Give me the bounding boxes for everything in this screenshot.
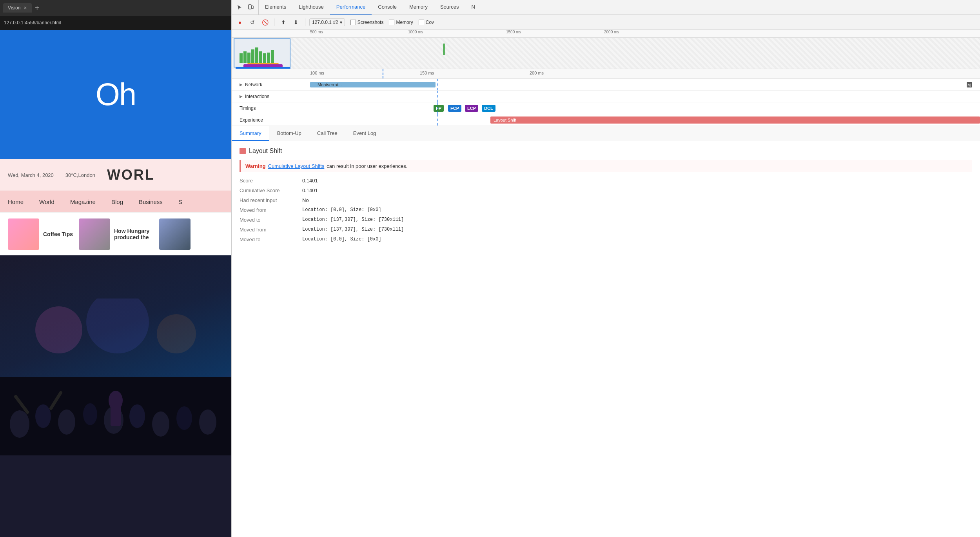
svg-point-5 [35,404,51,428]
screenshots-checkbox[interactable] [350,20,356,25]
tab-bottom-up[interactable]: Bottom-Up [269,126,309,141]
interactions-row: ▶ Interactions [232,91,980,102]
moved-to-2-key: Moved to [240,237,302,242]
tab-event-log[interactable]: Event Log [345,126,384,141]
divider-1 [274,18,274,26]
memory-checkbox-label[interactable]: Memory [389,20,413,25]
nav-blog[interactable]: Blog [111,198,123,205]
address-bar: 127.0.0.1:4556/banner.html [0,16,231,30]
browser-tab[interactable]: Vision × [3,3,32,13]
moved-from-2-row: Moved from Location: [137,307], Size: [7… [240,227,972,233]
svg-point-9 [129,404,145,428]
download-button[interactable]: ⬇ [291,17,301,27]
recent-input-key: Had recent input [240,197,302,203]
layout-shift-bar[interactable]: Layout Shift [490,117,980,124]
moved-from-1-row: Moved from Location: [0,0], Size: [0x0] [240,207,972,213]
clear-button[interactable]: 🚫 [260,17,270,27]
svg-point-12 [199,410,216,435]
warning-link[interactable]: Cumulative Layout Shifts [268,163,325,169]
article-image-3 [159,218,191,250]
nav-magazine[interactable]: Magazine [70,198,96,205]
tab-memory[interactable]: Memory [403,0,434,15]
details-title-text: Layout Shift [249,147,282,155]
tab-performance[interactable]: Performance [330,0,372,15]
network-expand-icon[interactable]: ▶ [240,82,243,87]
experience-label-text: Experience [240,117,263,123]
svg-rect-26 [267,53,270,63]
tab-close-icon[interactable]: × [24,5,27,11]
coverage-checkbox-label[interactable]: Cov [419,20,434,25]
score-key: Score [240,178,302,184]
tab-call-tree[interactable]: Call Tree [309,126,345,141]
warning-label: Warning [245,163,266,169]
bottom-tabs: Summary Bottom-Up Call Tree Event Log [232,126,980,141]
overview-ruler: 500 ms 1000 ms 1500 ms 2000 ms [232,30,980,38]
svg-rect-21 [247,53,250,63]
interactions-row-label: ▶ Interactions [232,94,287,99]
memory-checkbox[interactable] [389,20,394,25]
recent-input-value: No [302,197,309,203]
cursor-icon[interactable] [235,3,244,12]
record-button[interactable]: ● [235,17,245,27]
ruler-1000ms: 1000 ms [408,30,423,34]
new-tab-button[interactable]: + [35,4,40,13]
timeline-overview[interactable]: 500 ms 1000 ms 1500 ms 2000 ms [232,30,980,69]
tab-console[interactable]: Console [372,0,403,15]
layout-shift-bar-label: Layout Shift [494,118,516,122]
lcp-chip[interactable]: LCP [465,105,478,112]
nav-world[interactable]: World [39,198,54,205]
article-title-1: Coffee Tips [43,231,73,237]
devtools-tab-bar: Elements Lighthouse Performance Console … [232,0,980,15]
news-date: Wed, March 4, 2020 [8,172,54,178]
svg-rect-20 [243,51,247,63]
svg-point-2 [86,299,149,353]
tab-lighthouse[interactable]: Lighthouse [292,0,330,15]
nav-business[interactable]: Business [139,198,163,205]
experience-row-label: Experience [232,117,287,123]
network-bar-2[interactable]: M [967,82,972,87]
moved-from-2-key: Moved from [240,227,302,233]
article-card-2[interactable]: How Hungary produced the [79,218,153,250]
tab-elements[interactable]: Elements [259,0,292,15]
interactions-expand-icon[interactable]: ▶ [240,94,243,98]
ruler-500ms: 500 ms [310,30,323,34]
detail-tick-200ms: 200 ms [530,71,544,75]
news-header: Wed, March 4, 2020 30°C,London WORL [0,159,231,191]
moved-from-1-key: Moved from [240,207,302,213]
coverage-checkbox[interactable] [419,20,424,25]
chevron-down-icon: ▾ [340,20,342,25]
divider-2 [305,18,305,26]
interactions-row-content [287,91,980,102]
timings-label-text: Timings [240,106,256,111]
reload-button[interactable]: ↺ [247,17,258,27]
profile-dropdown[interactable]: 127.0.0.1 #2 ▾ [309,18,345,26]
article-image-1 [8,218,39,250]
score-value: 0.1401 [302,178,318,184]
tab-more[interactable]: N [465,0,481,15]
svg-rect-24 [259,51,262,63]
screenshots-checkbox-label[interactable]: Screenshots [350,20,384,25]
article-card-1[interactable]: Coffee Tips [8,218,73,250]
network-row-label: ▶ Network [232,82,287,87]
details-title: Layout Shift [240,147,972,155]
network-row-content: Montserrat... M [287,79,980,90]
banner-area: Oh [0,30,231,159]
experience-row-content: Layout Shift [287,114,980,126]
url-text: 127.0.0.1:4556/banner.html [4,20,61,25]
tab-summary[interactable]: Summary [232,126,269,141]
fp-chip[interactable]: FP [434,105,444,112]
device-icon[interactable] [246,3,255,12]
nav-more[interactable]: S [178,198,182,205]
upload-button[interactable]: ⬆ [278,17,289,27]
svg-point-4 [10,410,29,438]
tab-sources[interactable]: Sources [434,0,465,15]
warning-text: can result in poor user experiences. [327,163,407,169]
timeline-mini-chart[interactable] [232,38,980,69]
recent-input-row: Had recent input No [240,197,972,203]
network-label-montserrat: Montserrat... [316,82,343,87]
fcp-chip[interactable]: FCP [448,105,461,112]
nav-home[interactable]: Home [8,198,24,205]
svg-rect-22 [251,49,254,63]
detail-tick-100ms: 100 ms [310,71,324,75]
dcl-chip[interactable]: DCL [482,105,495,112]
